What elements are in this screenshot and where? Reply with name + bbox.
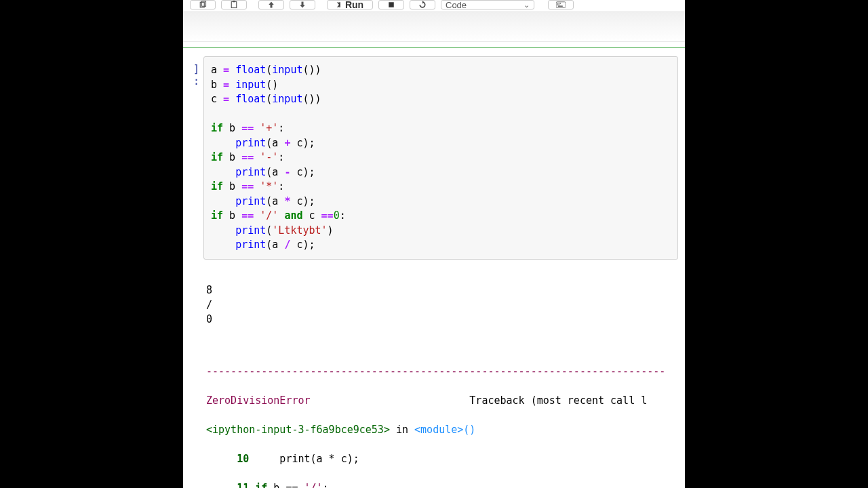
code-line-3: c = float(input()) bbox=[211, 92, 671, 107]
toolbar: Run Code bbox=[183, 0, 685, 12]
stop-button[interactable] bbox=[378, 0, 404, 9]
svg-rect-9 bbox=[557, 4, 557, 5]
traceback-location: <ipython-input-3-f6a9bce9ce53> in <modul… bbox=[206, 423, 685, 438]
code-input-area[interactable]: a = float(input()) b = input() c = float… bbox=[203, 56, 678, 260]
traceback-header: ZeroDivisionError Traceback (most recent… bbox=[206, 394, 685, 409]
code-line-10: print(a * c); bbox=[211, 195, 671, 209]
paste-button[interactable] bbox=[221, 0, 247, 9]
code-line-9: if b == '*': bbox=[211, 180, 671, 195]
svg-rect-8 bbox=[560, 3, 561, 3]
code-line-4 bbox=[211, 107, 671, 122]
traceback-separator: ----------------------------------------… bbox=[206, 365, 685, 380]
svg-rect-2 bbox=[231, 2, 237, 8]
svg-rect-7 bbox=[559, 3, 559, 3]
code-line-6: print(a + c); bbox=[211, 136, 671, 151]
move-down-button[interactable] bbox=[290, 0, 315, 9]
cell-type-value: Code bbox=[446, 0, 467, 10]
command-palette-button[interactable] bbox=[548, 0, 574, 9]
cell-type-select[interactable]: Code bbox=[441, 0, 534, 9]
code-line-13: print(a / c); bbox=[211, 238, 671, 253]
code-line-12: print('Ltktybt') bbox=[211, 224, 671, 239]
svg-rect-4 bbox=[389, 2, 394, 7]
code-line-7: if b == '-': bbox=[211, 150, 671, 165]
output-area: 8 / 0 ----------------------------------… bbox=[183, 260, 685, 489]
svg-rect-3 bbox=[233, 1, 235, 2]
code-cell: ] : a = float(input()) b = input() c = f… bbox=[183, 47, 685, 488]
traceback-line-11: 11 if b == '/': bbox=[206, 481, 685, 489]
stdout-text: 8 / 0 bbox=[206, 283, 685, 327]
code-line-2: b = input() bbox=[211, 78, 671, 93]
toolbar-shadow bbox=[183, 12, 685, 42]
notebook-viewport: Run Code ] : a = float(input()) b = inpu… bbox=[183, 0, 685, 488]
code-line-5: if b == '+': bbox=[211, 121, 671, 136]
run-button[interactable]: Run bbox=[327, 0, 373, 9]
code-line-8: print(a - c); bbox=[211, 165, 671, 180]
copy-button[interactable] bbox=[190, 0, 216, 9]
svg-rect-10 bbox=[559, 4, 559, 5]
input-prompt: ] : bbox=[183, 56, 203, 260]
move-up-button[interactable] bbox=[258, 0, 284, 9]
code-line-11: if b == '/' and c ==0: bbox=[211, 209, 671, 224]
traceback-line-10: 10 print(a * c); bbox=[206, 452, 685, 467]
restart-button[interactable] bbox=[410, 0, 435, 9]
code-line-1: a = float(input()) bbox=[211, 63, 671, 78]
svg-rect-6 bbox=[557, 3, 557, 3]
svg-rect-11 bbox=[558, 5, 563, 6]
run-label: Run bbox=[345, 0, 363, 10]
